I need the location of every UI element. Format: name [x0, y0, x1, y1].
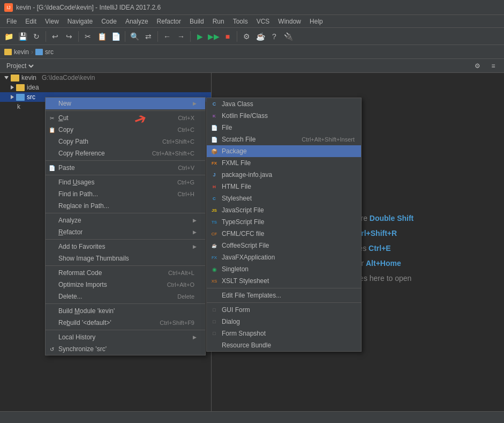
- ctx-item-sync[interactable]: ↺ Synchronize 'src': [46, 343, 205, 355]
- sub-label-stylesheet: Stylesheet: [222, 195, 252, 202]
- ctx-item-analyze[interactable]: Analyze: [46, 214, 205, 226]
- toolbar-redo-btn[interactable]: ↪: [63, 30, 76, 43]
- sub-item-resourcebundle[interactable]: Resource Bundle: [207, 339, 361, 351]
- menu-file[interactable]: File: [2, 17, 21, 26]
- ctx-item-refactor[interactable]: Refactor: [46, 226, 205, 238]
- toolbar-settings-btn[interactable]: ⚙: [240, 30, 253, 43]
- menu-help[interactable]: Help: [305, 17, 327, 26]
- ctx-sep-3: [46, 175, 205, 175]
- ctx-item-thumbnails[interactable]: Show Image Thumbnails: [46, 253, 205, 264]
- sub-item-javaclass[interactable]: C Java Class: [207, 98, 361, 110]
- sub-item-cfml[interactable]: CF CFML/CFC file: [207, 228, 361, 240]
- ctx-item-replaceinpath[interactable]: Replace in Path...: [46, 200, 205, 212]
- menu-refactor[interactable]: Refactor: [153, 17, 185, 26]
- toolbar-paste-btn[interactable]: 📄: [109, 30, 122, 43]
- menu-bar: File Edit View Navigate Code Analyze Ref…: [0, 15, 504, 28]
- sub-item-scratchfile[interactable]: 📄 Scratch File Ctrl+Alt+Shift+Insert: [207, 133, 361, 145]
- sub-label-editfiletemplates: Edit File Templates...: [222, 292, 281, 299]
- sub-item-formsnapshot[interactable]: □ Form Snapshot: [207, 328, 361, 339]
- sub-sep-2: [207, 302, 361, 303]
- toolbar-debug-btn[interactable]: ▶▶: [207, 30, 220, 43]
- toolbar-save-btn[interactable]: 💾: [16, 30, 29, 43]
- ctx-item-findinpath[interactable]: Find in Path... Ctrl+H: [46, 188, 205, 200]
- sub-item-kotlin[interactable]: K Kotlin File/Class: [207, 110, 361, 122]
- sub-item-guiform[interactable]: □ GUI Form: [207, 304, 361, 316]
- breadcrumb-sep: ›: [31, 48, 33, 56]
- sub-item-packageinfo[interactable]: J package-info.java: [207, 169, 361, 181]
- toolbar-run-btn[interactable]: ▶: [193, 30, 206, 43]
- ctx-shortcut-copy: Ctrl+C: [178, 127, 197, 133]
- toolbar-back-btn[interactable]: ←: [161, 30, 174, 43]
- toolbar-undo-btn[interactable]: ↩: [49, 30, 62, 43]
- ctx-item-copypath[interactable]: Copy Path Ctrl+Shift+C: [46, 136, 205, 147]
- guiform-icon: □: [210, 306, 219, 314]
- sub-item-singleton[interactable]: ◉ Singleton: [207, 263, 361, 275]
- menu-window[interactable]: Window: [274, 17, 305, 26]
- sub-item-javascript[interactable]: JS JavaScript File: [207, 204, 361, 216]
- tree-item-idea[interactable]: idea: [0, 83, 211, 92]
- ctx-item-copy[interactable]: 📋 Copy Ctrl+C: [46, 124, 205, 136]
- menu-navigate[interactable]: Navigate: [63, 17, 97, 26]
- sub-item-editfiletemplates[interactable]: Edit File Templates...: [207, 290, 361, 301]
- ctx-sep-6: [46, 265, 205, 266]
- ctx-item-localhistory[interactable]: Local History: [46, 331, 205, 343]
- menu-edit[interactable]: Edit: [21, 17, 41, 26]
- project-panel-dropdown[interactable]: Project: [4, 62, 35, 70]
- breadcrumb-kevin[interactable]: kevin: [14, 48, 29, 56]
- submenu-new: C Java Class K Kotlin File/Class 📄 File …: [206, 98, 362, 352]
- sub-item-coffeescript[interactable]: ☕ CoffeeScript File: [207, 240, 361, 251]
- sub-label-javascript: JavaScript File: [222, 206, 264, 214]
- ctx-label-delete: Delete...: [58, 293, 82, 300]
- toolbar-search-btn[interactable]: 🔍: [128, 30, 141, 43]
- ctx-label-copy: Copy: [58, 126, 73, 133]
- ctx-item-favorites[interactable]: Add to Favorites: [46, 241, 205, 253]
- ctx-item-rebuild[interactable]: Rebuild '<default>' Ctrl+Shift+F9: [46, 317, 205, 329]
- menu-build[interactable]: Build: [185, 17, 208, 26]
- ctx-item-optimize[interactable]: Optimize Imports Ctrl+Alt+O: [46, 279, 205, 291]
- toolbar-open-btn[interactable]: 📁: [2, 30, 15, 43]
- ctx-item-delete[interactable]: Delete... Delete: [46, 291, 205, 302]
- sub-item-xslt[interactable]: XS XSLT Stylesheet: [207, 275, 361, 287]
- ctx-label-localhistory: Local History: [58, 333, 95, 341]
- sub-item-fxml[interactable]: FX FXML File: [207, 157, 361, 169]
- menu-code[interactable]: Code: [97, 17, 121, 26]
- sub-item-typescript[interactable]: TS TypeScript File: [207, 216, 361, 228]
- menu-view[interactable]: View: [41, 17, 63, 26]
- toolbar-refresh-btn[interactable]: ↻: [30, 30, 43, 43]
- breadcrumb-src[interactable]: src: [45, 48, 54, 56]
- sub-item-javafxapp[interactable]: FX JavaFXApplication: [207, 251, 361, 263]
- toolbar-cut-btn[interactable]: ✂: [81, 30, 94, 43]
- project-panel-settings-btn[interactable]: ⚙: [471, 60, 484, 72]
- toolbar-forward-btn[interactable]: →: [175, 30, 187, 43]
- ctx-label-cut: Cut: [58, 114, 69, 122]
- tree-folder-src: [16, 94, 25, 101]
- menu-vcs[interactable]: VCS: [252, 17, 274, 26]
- sub-label-singleton: Singleton: [222, 265, 249, 273]
- ctx-item-findusages[interactable]: Find Usages Ctrl+G: [46, 176, 205, 188]
- toolbar-plugins-btn[interactable]: 🔌: [282, 30, 295, 43]
- ctx-item-paste[interactable]: 📄 Paste Ctrl+V: [46, 162, 205, 174]
- tree-item-kevin[interactable]: kevin G:\IdeaCode\kevin: [0, 73, 211, 83]
- ctx-item-reformat[interactable]: Reformat Code Ctrl+Alt+L: [46, 267, 205, 279]
- toolbar-sep-3: [125, 31, 125, 42]
- toolbar-sdk-btn[interactable]: ☕: [254, 30, 267, 43]
- ctx-item-new[interactable]: New: [46, 98, 205, 109]
- ctx-item-build[interactable]: Build Module 'kevin': [46, 305, 205, 317]
- sub-item-dialog[interactable]: □ Dialog: [207, 316, 361, 328]
- toolbar-stop-btn[interactable]: ■: [221, 30, 234, 43]
- toolbar-replace-btn[interactable]: ⇄: [142, 30, 155, 43]
- menu-run[interactable]: Run: [208, 17, 229, 26]
- menu-analyze[interactable]: Analyze: [121, 17, 153, 26]
- sub-item-stylesheet[interactable]: C Stylesheet: [207, 192, 361, 204]
- ctx-item-copyref[interactable]: Copy Reference Ctrl+Alt+Shift+C: [46, 147, 205, 159]
- ctx-item-cut[interactable]: ✂ Cut Ctrl+X: [46, 112, 205, 124]
- project-panel-layout-btn[interactable]: ≡: [487, 60, 500, 72]
- css-icon: C: [210, 194, 219, 203]
- toolbar-copy-btn[interactable]: 📋: [95, 30, 108, 43]
- sub-item-file[interactable]: 📄 File: [207, 122, 361, 133]
- sub-item-package[interactable]: 📦 Package: [207, 145, 361, 157]
- toolbar-help-btn[interactable]: ?: [268, 30, 281, 43]
- sub-item-html[interactable]: H HTML File: [207, 181, 361, 192]
- ctx-label-analyze: Analyze: [58, 217, 81, 224]
- menu-tools[interactable]: Tools: [229, 17, 252, 26]
